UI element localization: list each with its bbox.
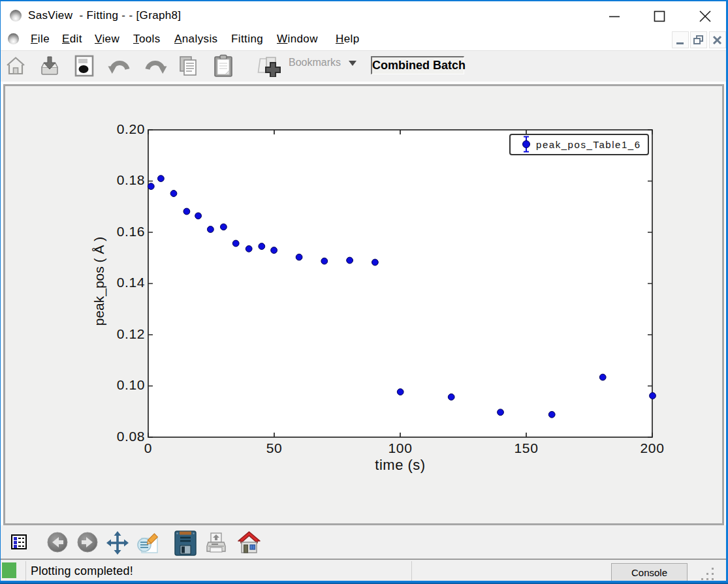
svg-text:200: 200 [641, 440, 665, 455]
svg-text:0.14: 0.14 [117, 275, 145, 290]
svg-text:0.18: 0.18 [117, 172, 145, 187]
svg-text:0.16: 0.16 [117, 224, 145, 239]
svg-text:50: 50 [266, 440, 283, 455]
svg-text:0.10: 0.10 [117, 377, 145, 392]
svg-text:150: 150 [514, 440, 539, 455]
svg-text:100: 100 [388, 440, 413, 455]
svg-text:0.08: 0.08 [117, 429, 145, 444]
svg-text:0.20: 0.20 [117, 121, 145, 136]
svg-text:peak_pos ( Å ): peak_pos ( Å ) [91, 237, 107, 326]
svg-text:peak_pos_Table1_6: peak_pos_Table1_6 [536, 139, 641, 150]
svg-text:0: 0 [144, 440, 152, 455]
svg-text:time (s): time (s) [375, 457, 425, 473]
svg-text:0.12: 0.12 [117, 326, 145, 341]
